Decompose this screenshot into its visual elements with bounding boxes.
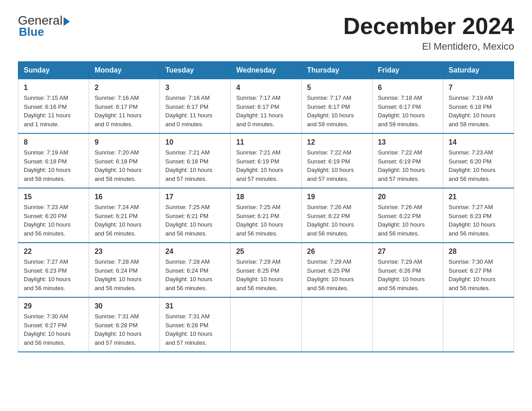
- calendar-cell: 12Sunrise: 7:22 AMSunset: 6:19 PMDayligh…: [301, 133, 372, 188]
- day-number: 18: [236, 193, 296, 201]
- calendar-week-row: 1Sunrise: 7:15 AMSunset: 6:16 PMDaylight…: [18, 79, 514, 134]
- day-number: 20: [378, 193, 438, 201]
- calendar-cell: 25Sunrise: 7:29 AMSunset: 6:25 PMDayligh…: [231, 243, 301, 297]
- day-number: 17: [165, 193, 225, 201]
- day-info: Sunrise: 7:24 AMSunset: 6:21 PMDaylight:…: [94, 203, 154, 238]
- calendar-cell: 8Sunrise: 7:19 AMSunset: 6:18 PMDaylight…: [18, 133, 89, 188]
- title-block: December 2024 El Mentidero, Mexico: [343, 13, 514, 52]
- day-info: Sunrise: 7:31 AMSunset: 6:28 PMDaylight:…: [94, 312, 154, 347]
- day-info: Sunrise: 7:27 AMSunset: 6:23 PMDaylight:…: [449, 203, 508, 238]
- day-info: Sunrise: 7:21 AMSunset: 6:18 PMDaylight:…: [165, 148, 225, 183]
- calendar-cell: 27Sunrise: 7:29 AMSunset: 6:26 PMDayligh…: [372, 243, 443, 297]
- day-number: 26: [307, 248, 367, 256]
- day-info: Sunrise: 7:25 AMSunset: 6:21 PMDaylight:…: [165, 203, 225, 238]
- calendar-cell: 28Sunrise: 7:30 AMSunset: 6:27 PMDayligh…: [443, 243, 514, 297]
- calendar-cell: 24Sunrise: 7:28 AMSunset: 6:24 PMDayligh…: [160, 243, 231, 297]
- day-number: 28: [449, 248, 508, 256]
- weekday-header-saturday: Saturday: [443, 62, 514, 79]
- calendar-cell: 11Sunrise: 7:21 AMSunset: 6:19 PMDayligh…: [231, 133, 301, 188]
- day-number: 12: [307, 138, 367, 146]
- calendar-cell: 14Sunrise: 7:23 AMSunset: 6:20 PMDayligh…: [443, 133, 514, 188]
- day-number: 3: [165, 84, 225, 92]
- day-info: Sunrise: 7:22 AMSunset: 6:19 PMDaylight:…: [307, 148, 367, 183]
- calendar-cell: 3Sunrise: 7:16 AMSunset: 6:17 PMDaylight…: [160, 79, 231, 134]
- day-info: Sunrise: 7:15 AMSunset: 6:16 PMDaylight:…: [24, 94, 83, 128]
- day-info: Sunrise: 7:26 AMSunset: 6:22 PMDaylight:…: [378, 203, 438, 238]
- calendar-week-row: 29Sunrise: 7:30 AMSunset: 6:27 PMDayligh…: [18, 297, 514, 352]
- day-info: Sunrise: 7:29 AMSunset: 6:26 PMDaylight:…: [378, 257, 438, 292]
- calendar-cell: 10Sunrise: 7:21 AMSunset: 6:18 PMDayligh…: [160, 133, 231, 188]
- day-number: 6: [378, 84, 438, 92]
- day-info: Sunrise: 7:28 AMSunset: 6:24 PMDaylight:…: [94, 257, 154, 292]
- calendar-cell: 20Sunrise: 7:26 AMSunset: 6:22 PMDayligh…: [372, 188, 443, 243]
- weekday-header-sunday: Sunday: [18, 62, 89, 79]
- calendar-cell: 26Sunrise: 7:29 AMSunset: 6:25 PMDayligh…: [301, 243, 372, 297]
- calendar-title: December 2024: [343, 13, 514, 39]
- day-number: 21: [449, 193, 508, 201]
- day-info: Sunrise: 7:30 AMSunset: 6:27 PMDaylight:…: [24, 312, 83, 347]
- calendar-cell: [372, 297, 443, 352]
- calendar-subtitle: El Mentidero, Mexico: [343, 41, 514, 52]
- day-number: 8: [24, 138, 83, 146]
- weekday-header-monday: Monday: [89, 62, 160, 79]
- day-number: 23: [94, 248, 154, 256]
- day-number: 7: [449, 84, 508, 92]
- logo-triangle-icon: [64, 17, 70, 26]
- weekday-header-wednesday: Wednesday: [231, 62, 301, 79]
- day-info: Sunrise: 7:30 AMSunset: 6:27 PMDaylight:…: [449, 257, 508, 292]
- day-info: Sunrise: 7:26 AMSunset: 6:22 PMDaylight:…: [307, 203, 367, 238]
- day-info: Sunrise: 7:29 AMSunset: 6:25 PMDaylight:…: [307, 257, 367, 292]
- calendar-cell: 23Sunrise: 7:28 AMSunset: 6:24 PMDayligh…: [89, 243, 160, 297]
- day-info: Sunrise: 7:19 AMSunset: 6:18 PMDaylight:…: [449, 94, 508, 128]
- page-header: General Blue December 2024 El Mentidero,…: [18, 13, 514, 52]
- calendar-cell: 5Sunrise: 7:17 AMSunset: 6:17 PMDaylight…: [301, 79, 372, 134]
- day-info: Sunrise: 7:25 AMSunset: 6:21 PMDaylight:…: [236, 203, 296, 238]
- calendar-cell: 22Sunrise: 7:27 AMSunset: 6:23 PMDayligh…: [18, 243, 89, 297]
- day-number: 1: [24, 84, 83, 92]
- day-number: 31: [165, 302, 225, 310]
- logo-blue-text: Blue: [19, 25, 44, 39]
- day-number: 25: [236, 248, 296, 256]
- day-info: Sunrise: 7:19 AMSunset: 6:18 PMDaylight:…: [24, 148, 83, 183]
- calendar-cell: 6Sunrise: 7:18 AMSunset: 6:17 PMDaylight…: [372, 79, 443, 134]
- day-number: 5: [307, 84, 367, 92]
- calendar-cell: 17Sunrise: 7:25 AMSunset: 6:21 PMDayligh…: [160, 188, 231, 243]
- day-info: Sunrise: 7:29 AMSunset: 6:25 PMDaylight:…: [236, 257, 296, 292]
- day-info: Sunrise: 7:31 AMSunset: 6:28 PMDaylight:…: [165, 312, 225, 347]
- calendar-cell: 4Sunrise: 7:17 AMSunset: 6:17 PMDaylight…: [231, 79, 301, 134]
- day-info: Sunrise: 7:22 AMSunset: 6:19 PMDaylight:…: [378, 148, 438, 183]
- day-number: 27: [378, 248, 438, 256]
- day-info: Sunrise: 7:23 AMSunset: 6:20 PMDaylight:…: [449, 148, 508, 183]
- weekday-header-thursday: Thursday: [301, 62, 372, 79]
- calendar-cell: [443, 297, 514, 352]
- day-number: 19: [307, 193, 367, 201]
- day-number: 30: [94, 302, 154, 310]
- day-number: 24: [165, 248, 225, 256]
- calendar-cell: 30Sunrise: 7:31 AMSunset: 6:28 PMDayligh…: [89, 297, 160, 352]
- calendar-week-row: 8Sunrise: 7:19 AMSunset: 6:18 PMDaylight…: [18, 133, 514, 188]
- calendar-cell: 21Sunrise: 7:27 AMSunset: 6:23 PMDayligh…: [443, 188, 514, 243]
- calendar-cell: 29Sunrise: 7:30 AMSunset: 6:27 PMDayligh…: [18, 297, 89, 352]
- calendar-cell: 31Sunrise: 7:31 AMSunset: 6:28 PMDayligh…: [160, 297, 231, 352]
- day-number: 9: [94, 138, 154, 146]
- day-number: 4: [236, 84, 296, 92]
- day-info: Sunrise: 7:20 AMSunset: 6:18 PMDaylight:…: [94, 148, 154, 183]
- calendar-week-row: 22Sunrise: 7:27 AMSunset: 6:23 PMDayligh…: [18, 243, 514, 297]
- day-info: Sunrise: 7:18 AMSunset: 6:17 PMDaylight:…: [378, 94, 438, 128]
- calendar-cell: 16Sunrise: 7:24 AMSunset: 6:21 PMDayligh…: [89, 188, 160, 243]
- calendar-cell: 1Sunrise: 7:15 AMSunset: 6:16 PMDaylight…: [18, 79, 89, 134]
- day-number: 16: [94, 193, 154, 201]
- weekday-header-tuesday: Tuesday: [160, 62, 231, 79]
- calendar-cell: 15Sunrise: 7:23 AMSunset: 6:20 PMDayligh…: [18, 188, 89, 243]
- calendar-cell: 19Sunrise: 7:26 AMSunset: 6:22 PMDayligh…: [301, 188, 372, 243]
- day-number: 11: [236, 138, 296, 146]
- day-number: 15: [24, 193, 83, 201]
- day-number: 10: [165, 138, 225, 146]
- day-info: Sunrise: 7:28 AMSunset: 6:24 PMDaylight:…: [165, 257, 225, 292]
- day-info: Sunrise: 7:17 AMSunset: 6:17 PMDaylight:…: [236, 94, 296, 128]
- day-info: Sunrise: 7:16 AMSunset: 6:17 PMDaylight:…: [165, 94, 225, 128]
- day-number: 29: [24, 302, 83, 310]
- day-info: Sunrise: 7:21 AMSunset: 6:19 PMDaylight:…: [236, 148, 296, 183]
- day-info: Sunrise: 7:27 AMSunset: 6:23 PMDaylight:…: [24, 257, 83, 292]
- logo: General Blue: [18, 13, 70, 39]
